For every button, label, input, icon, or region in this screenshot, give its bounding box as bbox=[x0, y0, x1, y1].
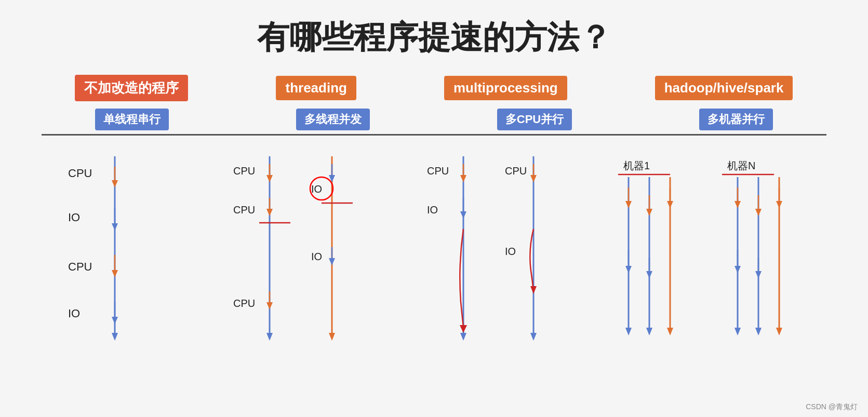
svg-text:CPU: CPU bbox=[233, 298, 255, 309]
svg-marker-61 bbox=[667, 328, 673, 335]
divider-line bbox=[42, 134, 826, 136]
svg-marker-11 bbox=[112, 270, 118, 277]
diagrams-row: CPU IO CPU IO bbox=[21, 146, 847, 343]
svg-marker-20 bbox=[266, 333, 273, 341]
diagram-serial: CPU IO CPU IO bbox=[26, 146, 203, 343]
category-badge-2: multiprocessing bbox=[444, 76, 567, 100]
svg-marker-13 bbox=[112, 317, 118, 324]
svg-marker-69 bbox=[625, 201, 632, 208]
svg-marker-77 bbox=[646, 271, 652, 278]
svg-marker-26 bbox=[266, 209, 273, 216]
subtitle-badge-0: 单线程串行 bbox=[95, 109, 169, 130]
page-title: 有哪些程序提速的方法？ bbox=[21, 16, 847, 59]
subtitle-badge-2: 多CPU并行 bbox=[497, 109, 572, 130]
diagram-serial-svg: CPU IO CPU IO bbox=[26, 146, 203, 343]
svg-marker-7 bbox=[112, 180, 118, 187]
slide: 有哪些程序提速的方法？ 不加改造的程序 threading multiproce… bbox=[0, 0, 868, 417]
svg-text:CPU: CPU bbox=[233, 165, 255, 177]
svg-marker-9 bbox=[112, 223, 118, 231]
svg-marker-49 bbox=[530, 175, 537, 182]
svg-marker-41 bbox=[460, 333, 466, 341]
watermark: CSDN @青鬼灯 bbox=[806, 402, 858, 412]
svg-marker-81 bbox=[755, 209, 762, 216]
svg-marker-73 bbox=[667, 201, 673, 208]
diagram-multiprocessing-svg: CPU IO CPU IO bbox=[404, 146, 591, 343]
svg-marker-51 bbox=[460, 325, 467, 333]
svg-marker-33 bbox=[329, 258, 335, 265]
diagram-threading: CPU CPU IO IO CPU bbox=[205, 146, 402, 343]
svg-marker-45 bbox=[460, 175, 466, 182]
svg-text:IO: IO bbox=[505, 246, 516, 257]
svg-marker-75 bbox=[625, 266, 632, 273]
svg-marker-59 bbox=[646, 328, 652, 335]
diagram-multiprocessing: CPU IO CPU IO bbox=[404, 146, 591, 343]
diagram-threading-svg: CPU CPU IO IO CPU bbox=[205, 146, 402, 343]
svg-text:CPU: CPU bbox=[68, 167, 92, 180]
svg-marker-63 bbox=[735, 328, 741, 335]
subtitle-badge-1: 多线程并发 bbox=[296, 109, 370, 130]
svg-marker-35 bbox=[266, 302, 273, 310]
svg-marker-43 bbox=[530, 333, 537, 341]
svg-text:IO: IO bbox=[68, 211, 80, 224]
svg-marker-87 bbox=[755, 271, 762, 278]
svg-text:CPU: CPU bbox=[68, 260, 92, 273]
svg-marker-83 bbox=[776, 201, 782, 208]
svg-marker-67 bbox=[776, 328, 782, 335]
subtitle-badge-3: 多机器并行 bbox=[699, 109, 773, 130]
svg-text:IO: IO bbox=[68, 307, 80, 320]
svg-marker-85 bbox=[735, 266, 741, 273]
svg-text:机器1: 机器1 bbox=[623, 160, 650, 171]
category-badge-3: hadoop/hive/spark bbox=[655, 76, 793, 100]
diagram-hadoop-svg: 机器1 机器N bbox=[592, 146, 842, 343]
category-badge-0: 不加改造的程序 bbox=[75, 75, 188, 101]
svg-marker-65 bbox=[755, 328, 762, 335]
category-badge-1: threading bbox=[276, 76, 356, 100]
subtitles-row: 单线程串行 多线程并发 多CPU并行 多机器并行 bbox=[21, 109, 847, 130]
svg-text:机器N: 机器N bbox=[727, 160, 755, 171]
svg-marker-47 bbox=[460, 211, 466, 219]
svg-text:CPU: CPU bbox=[427, 165, 449, 177]
svg-marker-57 bbox=[625, 328, 632, 335]
svg-text:IO: IO bbox=[311, 183, 322, 195]
diagram-hadoop: 机器1 机器N bbox=[592, 146, 842, 343]
svg-marker-79 bbox=[735, 201, 741, 208]
categories-row: 不加改造的程序 threading multiprocessing hadoop… bbox=[21, 75, 847, 101]
svg-marker-5 bbox=[112, 333, 118, 341]
svg-marker-50 bbox=[530, 286, 537, 294]
svg-text:CPU: CPU bbox=[233, 204, 255, 216]
svg-text:IO: IO bbox=[427, 204, 438, 216]
svg-text:IO: IO bbox=[311, 251, 322, 262]
svg-marker-22 bbox=[329, 333, 335, 341]
svg-marker-24 bbox=[266, 175, 273, 182]
svg-text:CPU: CPU bbox=[505, 165, 527, 177]
svg-marker-71 bbox=[646, 209, 652, 216]
